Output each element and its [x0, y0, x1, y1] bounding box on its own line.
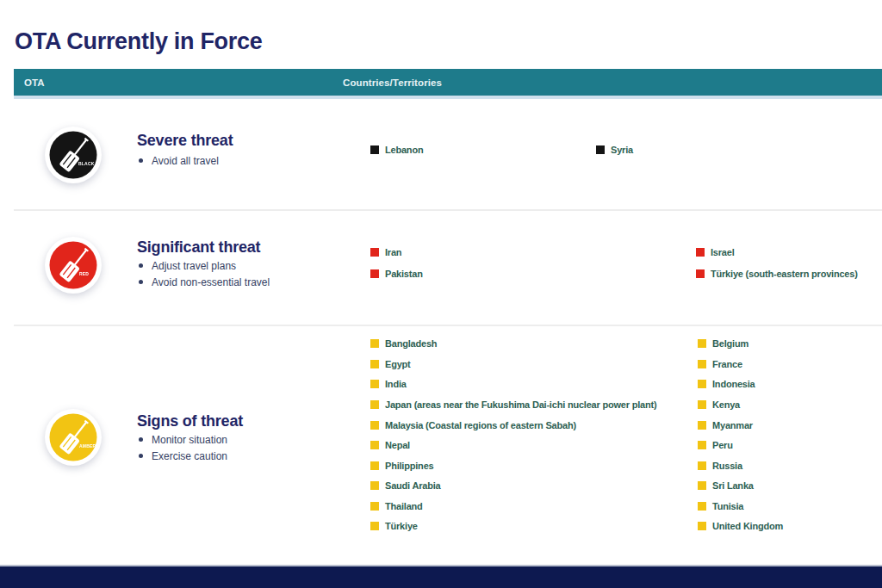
- advice-text: Exercise caution: [152, 450, 227, 462]
- bullet-dot-icon: [139, 437, 143, 442]
- level-square-icon: [596, 145, 605, 154]
- ota-advisory-page: OTA Currently in Force OTA Countries/Ter…: [0, 0, 882, 588]
- country-item: India: [370, 378, 407, 390]
- level-square-icon: [696, 248, 705, 257]
- country-name: United Kingdom: [712, 521, 783, 531]
- country-item: Türkiye (south-eastern provinces): [696, 268, 858, 280]
- advice-list-severe: Avoid all travel: [139, 152, 219, 169]
- column-header-countries: Countries/Territories: [343, 77, 442, 88]
- country-name: Syria: [611, 145, 633, 155]
- level-square-icon: [370, 145, 379, 154]
- country-item: Japan (areas near the Fukushima Dai-ichi…: [370, 399, 656, 411]
- country-name: Israel: [711, 247, 735, 257]
- country-name: Pakistan: [385, 269, 423, 279]
- severe-threat-suitcase-badge-icon: BLACK: [45, 127, 102, 183]
- level-square-icon: [370, 461, 379, 470]
- advice-text: Avoid all travel: [152, 155, 219, 167]
- country-name: Indonesia: [712, 379, 755, 389]
- level-square-icon: [696, 269, 705, 278]
- country-name: Russia: [712, 461, 742, 471]
- level-square-icon: [698, 441, 706, 449]
- level-square-icon: [370, 502, 379, 511]
- level-square-icon: [698, 339, 706, 348]
- country-name: Thailand: [385, 501, 423, 511]
- advice-item: Exercise caution: [139, 448, 227, 464]
- column-header-ota: OTA: [24, 77, 45, 88]
- level-square-icon: [698, 400, 706, 409]
- level-square-icon: [698, 481, 706, 490]
- advice-list-significant: Adjust travel plans Avoid non-essential …: [139, 257, 270, 290]
- country-item: Pakistan: [370, 268, 423, 280]
- level-square-icon: [698, 360, 706, 368]
- level-square-icon: [370, 248, 379, 257]
- threat-level-title-severe: Severe threat: [137, 132, 233, 149]
- country-name: Philippines: [385, 461, 433, 471]
- level-square-icon: [698, 522, 706, 530]
- country-item: Lebanon: [370, 144, 423, 156]
- country-item: Israel: [696, 246, 735, 258]
- country-name: Egypt: [385, 359, 411, 369]
- country-name: Myanmar: [712, 420, 753, 430]
- country-name: Saudi Arabia: [385, 480, 440, 491]
- country-item: Iran: [370, 246, 401, 258]
- badge-level-label: RED: [79, 271, 89, 276]
- level-square-icon: [370, 481, 379, 490]
- page-title: OTA Currently in Force: [15, 28, 262, 55]
- level-square-icon: [698, 502, 706, 511]
- country-item: Russia: [698, 460, 742, 472]
- advice-item: Adjust travel plans: [139, 257, 270, 274]
- country-name: Lebanon: [385, 145, 423, 155]
- bullet-dot-icon: [139, 158, 143, 163]
- country-item: Thailand: [370, 500, 423, 512]
- country-name: India: [385, 379, 407, 389]
- threat-level-title-significant: Significant threat: [137, 238, 260, 256]
- level-square-icon: [370, 421, 379, 430]
- country-name: Sri Lanka: [712, 480, 754, 491]
- country-name: France: [712, 359, 742, 369]
- country-item: Indonesia: [698, 378, 755, 390]
- level-square-icon: [370, 400, 379, 409]
- table-header-bar: OTA Countries/Territories: [14, 69, 882, 96]
- advice-item: Monitor situation: [139, 431, 227, 448]
- country-name: Kenya: [712, 399, 740, 410]
- badge-level-label: BLACK: [78, 161, 95, 166]
- bullet-dot-icon: [139, 263, 143, 268]
- country-item: United Kingdom: [698, 520, 783, 532]
- country-item: Tunisia: [698, 500, 743, 512]
- country-item: Philippines: [370, 460, 433, 472]
- country-item: Bangladesh: [370, 337, 437, 350]
- country-item: Peru: [698, 439, 733, 451]
- country-name: Türkiye: [385, 521, 418, 531]
- country-item: Egypt: [370, 358, 411, 370]
- country-name: Bangladesh: [385, 338, 437, 349]
- footer-bar: [0, 565, 882, 588]
- level-square-icon: [698, 421, 706, 430]
- advice-text: Avoid non-essential travel: [152, 276, 270, 288]
- country-name: Iran: [385, 247, 401, 257]
- badge-level-label: AMBER: [79, 443, 96, 449]
- country-name: Peru: [712, 440, 733, 450]
- country-name: Japan (areas near the Fukushima Dai-ichi…: [385, 399, 656, 410]
- significant-threat-suitcase-badge-icon: RED: [45, 237, 102, 294]
- advice-item: Avoid all travel: [139, 152, 219, 169]
- advice-text: Adjust travel plans: [152, 260, 236, 272]
- table-header-underline: [14, 96, 882, 99]
- bullet-dot-icon: [139, 454, 143, 458]
- level-square-icon: [370, 339, 379, 348]
- country-name: Malaysia (Coastal regions of eastern Sab…: [385, 420, 576, 430]
- threat-level-title-signs: Signs of threat: [137, 412, 243, 430]
- country-item: France: [698, 358, 742, 370]
- bullet-dot-icon: [139, 280, 143, 284]
- level-square-icon: [370, 441, 379, 449]
- country-item: Malaysia (Coastal regions of eastern Sab…: [370, 419, 576, 431]
- row-divider: [14, 325, 882, 326]
- country-item: Sri Lanka: [698, 480, 754, 492]
- level-square-icon: [698, 380, 706, 388]
- level-square-icon: [370, 269, 379, 278]
- country-item: Syria: [596, 144, 633, 156]
- country-name: Belgium: [712, 338, 748, 349]
- level-square-icon: [370, 522, 379, 530]
- country-name: Türkiye (south-eastern provinces): [711, 269, 858, 279]
- country-name: Tunisia: [712, 501, 743, 511]
- level-square-icon: [370, 360, 379, 368]
